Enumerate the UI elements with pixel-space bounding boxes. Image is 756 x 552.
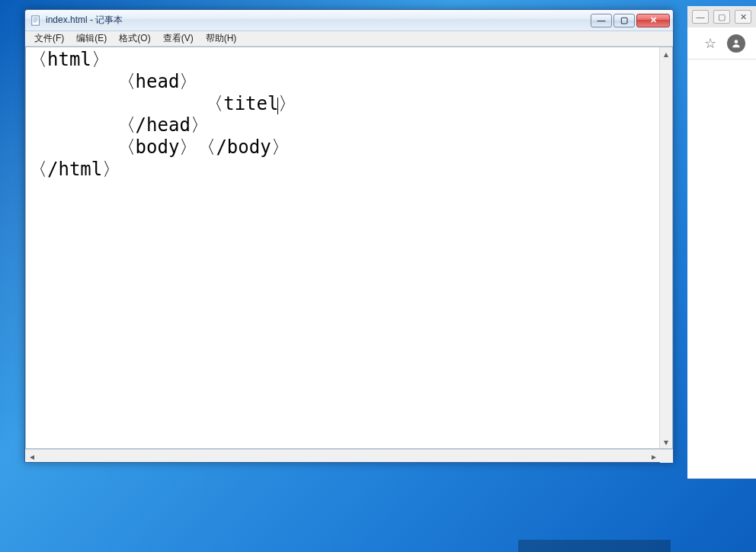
- scroll-corner: [660, 450, 673, 463]
- background-browser-window: — ▢ ✕ ☆: [687, 6, 756, 479]
- menu-help[interactable]: 帮助(H): [200, 30, 243, 47]
- window-title: index.html - 记事本: [46, 14, 589, 27]
- menu-edit[interactable]: 编辑(E): [70, 30, 113, 47]
- scroll-track-horizontal[interactable]: [38, 450, 647, 462]
- svg-point-0: [735, 40, 738, 43]
- taskbar-fragment: [518, 540, 671, 552]
- menu-format[interactable]: 格式(O): [113, 30, 156, 47]
- scroll-left-arrow-icon[interactable]: ◂: [25, 450, 38, 463]
- scroll-track-vertical[interactable]: [660, 60, 672, 435]
- window-controls: — ▢ ✕: [589, 14, 670, 27]
- bg-close-button[interactable]: ✕: [735, 10, 751, 24]
- vertical-scrollbar[interactable]: ▴ ▾: [659, 47, 672, 448]
- bg-minimize-button[interactable]: —: [692, 10, 709, 24]
- menubar: 文件(F) 编辑(E) 格式(O) 查看(V) 帮助(H): [25, 31, 673, 47]
- horizontal-scrollbar[interactable]: ◂ ▸: [25, 449, 673, 462]
- maximize-button[interactable]: ▢: [613, 14, 635, 27]
- editor-textarea[interactable]: 〈html〉 〈head〉 〈titel〉 〈/head〉 〈body〉〈/bo…: [26, 47, 659, 448]
- close-button[interactable]: ✕: [636, 14, 670, 27]
- menu-view[interactable]: 查看(V): [157, 30, 200, 47]
- background-window-controls: — ▢ ✕: [687, 6, 756, 27]
- scroll-right-arrow-icon[interactable]: ▸: [647, 450, 660, 463]
- bookmark-star-icon[interactable]: ☆: [704, 35, 716, 52]
- editor-container: 〈html〉 〈head〉 〈titel〉 〈/head〉 〈body〉〈/bo…: [25, 47, 673, 449]
- scroll-down-arrow-icon[interactable]: ▾: [660, 435, 672, 448]
- scroll-up-arrow-icon[interactable]: ▴: [660, 47, 672, 60]
- minimize-button[interactable]: —: [591, 14, 612, 27]
- background-browser-toolbar: ☆: [687, 27, 756, 59]
- menu-file[interactable]: 文件(F): [28, 30, 70, 47]
- notepad-app-icon: [30, 14, 42, 27]
- user-avatar-icon[interactable]: [727, 34, 745, 53]
- notepad-window: index.html - 记事本 — ▢ ✕ 文件(F) 编辑(E) 格式(O)…: [24, 9, 674, 463]
- titlebar[interactable]: index.html - 记事本 — ▢ ✕: [25, 10, 673, 31]
- bg-maximize-button[interactable]: ▢: [713, 10, 730, 24]
